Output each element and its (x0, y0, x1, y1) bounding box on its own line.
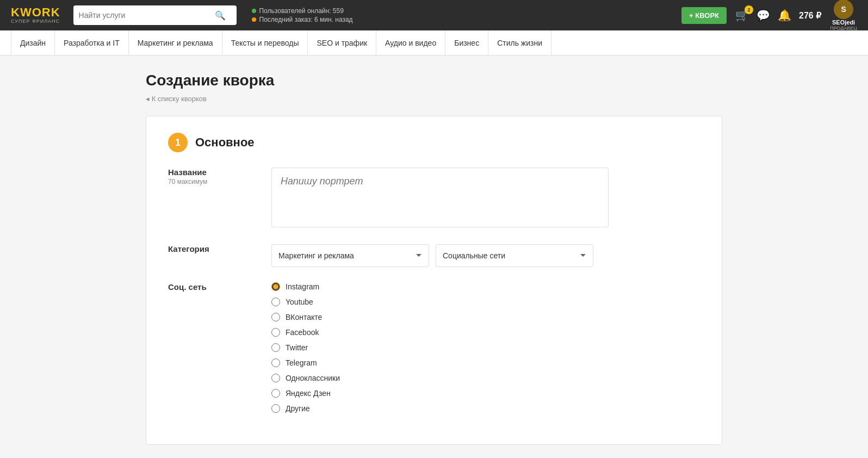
category-select-secondary[interactable]: Социальные сети (436, 244, 593, 267)
radio-other-label: Другие (286, 404, 310, 413)
radio-yandex-dzen-label: Яндекс Дзен (286, 389, 331, 398)
radio-instagram-input[interactable] (271, 282, 280, 291)
user-avatar-area[interactable]: S SEOjedi ПРОДАВЕЦ (830, 0, 857, 31)
nav-item-business[interactable]: Бизнес (445, 30, 488, 55)
radio-other-input[interactable] (271, 404, 280, 413)
nav-item-audio[interactable]: Аудио и видео (376, 30, 445, 55)
radio-vkontakte-input[interactable] (271, 313, 280, 321)
notifications-icon[interactable]: 🔔 (778, 9, 791, 22)
logo-sub: СУПЕР ФРИЛАНС (11, 19, 60, 24)
header: KWORK СУПЕР ФРИЛАНС 🔍 Пользователей онла… (0, 0, 868, 30)
radio-facebook[interactable]: Facebook (271, 328, 700, 337)
avatar: S (834, 0, 853, 19)
social-label-col: Соц. сеть (168, 282, 255, 292)
social-radio-group: Instagram Youtube ВКонтакте Facebook (271, 282, 700, 413)
dropdowns-row: Маркетинг и реклама Социальные сети (271, 244, 700, 267)
user-name: SEOjedi (832, 19, 855, 26)
last-order-text: Последний заказ: 6 мин. назад (259, 16, 353, 23)
logo-text: KWORK (11, 6, 60, 19)
logo[interactable]: KWORK СУПЕР ФРИЛАНС (11, 6, 60, 24)
name-sublabel: 70 максимум (168, 178, 255, 185)
radio-telegram-input[interactable] (271, 358, 280, 367)
radio-twitter[interactable]: Twitter (271, 343, 700, 352)
section-title: Основное (195, 135, 255, 150)
search-button[interactable]: 🔍 (215, 10, 226, 21)
social-control-col: Instagram Youtube ВКонтакте Facebook (271, 282, 700, 413)
nav-item-texts[interactable]: Тексты и переводы (222, 30, 308, 55)
category-row: Категория Маркетинг и реклама Социальные… (168, 244, 700, 267)
radio-yandex-dzen-input[interactable] (271, 389, 280, 398)
main-content: Создание кворка К списку кворков 1 Основ… (135, 55, 733, 458)
status-last-order: Последний заказ: 6 мин. назад (252, 16, 673, 23)
radio-instagram-label: Instagram (286, 282, 319, 291)
radio-facebook-input[interactable] (271, 328, 280, 337)
name-label: Название (168, 168, 255, 177)
cart-icon[interactable]: 🛒 2 (735, 9, 749, 22)
category-control-col: Маркетинг и реклама Социальные сети (271, 244, 700, 267)
messages-icon[interactable]: 💬 (757, 9, 770, 22)
avatar-initials: S (841, 5, 846, 14)
radio-vkontakte[interactable]: ВКонтакте (271, 313, 700, 321)
online-dot (252, 9, 256, 13)
radio-yandex-dzen[interactable]: Яндекс Дзен (271, 389, 700, 398)
user-role: ПРОДАВЕЦ (830, 26, 857, 31)
last-order-dot (252, 17, 256, 22)
nav-item-dev[interactable]: Разработка и IT (55, 30, 129, 55)
radio-youtube-input[interactable] (271, 298, 280, 306)
status-online: Пользователей онлайн: 559 (252, 7, 673, 15)
header-icons: 🛒 2 💬 🔔 276 ₽ (735, 9, 821, 22)
online-count: Пользователей онлайн: 559 (259, 7, 344, 15)
search-input[interactable] (79, 11, 215, 20)
category-select-primary[interactable]: Маркетинг и реклама (271, 244, 429, 267)
nav-item-lifestyle[interactable]: Стиль жизни (488, 30, 551, 55)
radio-odnoklassniki-input[interactable] (271, 374, 280, 382)
status-area: Пользователей онлайн: 559 Последний зака… (252, 7, 673, 23)
page-title: Создание кворка (146, 72, 722, 89)
step-badge: 1 (168, 133, 188, 152)
form-card: 1 Основное Название 70 максимум Категори… (146, 116, 722, 445)
radio-youtube[interactable]: Youtube (271, 298, 700, 306)
search-bar: 🔍 (73, 5, 237, 25)
radio-other[interactable]: Другие (271, 404, 700, 413)
radio-telegram-label: Telegram (286, 358, 317, 367)
radio-twitter-input[interactable] (271, 343, 280, 352)
social-label: Соц. сеть (168, 282, 255, 292)
radio-facebook-label: Facebook (286, 328, 319, 337)
name-row: Название 70 максимум (168, 168, 700, 229)
create-kwork-button[interactable]: + КВОРК (681, 7, 727, 24)
main-nav: Дизайн Разработка и IT Маркетинг и рекла… (0, 30, 868, 55)
name-label-col: Название 70 максимум (168, 168, 255, 185)
nav-item-design[interactable]: Дизайн (11, 30, 55, 55)
radio-odnoklassniki[interactable]: Одноклассники (271, 374, 700, 382)
category-label: Категория (168, 244, 255, 253)
category-label-col: Категория (168, 244, 255, 253)
name-control-col (271, 168, 700, 229)
radio-twitter-label: Twitter (286, 343, 308, 352)
cart-badge: 2 (745, 5, 753, 14)
radio-telegram[interactable]: Telegram (271, 358, 700, 367)
social-row: Соц. сеть Instagram Youtube ВКонтакте (168, 282, 700, 413)
radio-youtube-label: Youtube (286, 298, 313, 306)
section-header: 1 Основное (168, 133, 700, 152)
radio-vkontakte-label: ВКонтакте (286, 313, 322, 321)
balance-display: 276 ₽ (799, 10, 821, 21)
breadcrumb[interactable]: К списку кворков (146, 95, 722, 103)
title-input[interactable] (271, 168, 609, 227)
nav-item-marketing[interactable]: Маркетинг и реклама (129, 30, 222, 55)
radio-instagram[interactable]: Instagram (271, 282, 700, 291)
nav-item-seo[interactable]: SEO и трафик (308, 30, 376, 55)
radio-odnoklassniki-label: Одноклассники (286, 374, 340, 382)
